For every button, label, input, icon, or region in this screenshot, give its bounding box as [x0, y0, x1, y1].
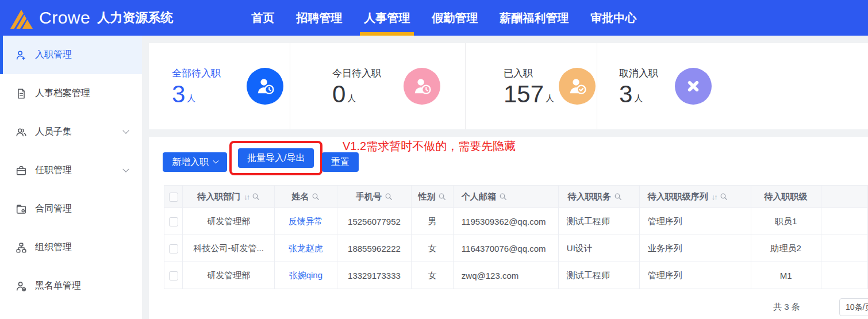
employee-name-link[interactable]: 张婉qing — [289, 270, 322, 280]
cancel-x-icon — [675, 68, 712, 105]
column-label: 待入职职级序列 — [648, 191, 708, 201]
add-onboarding-button[interactable]: 新增入职 — [163, 152, 227, 172]
sidebar-item-position-mgmt[interactable]: 任职管理 — [0, 151, 142, 190]
row-checkbox[interactable] — [169, 271, 178, 280]
column-header-phone: 手机号 — [337, 186, 411, 208]
search-icon[interactable] — [249, 191, 260, 201]
stat-card-cancelled: 取消入职 3 人 — [597, 43, 868, 129]
search-icon[interactable] — [496, 191, 507, 201]
cell-email: zwq@123.com — [453, 262, 558, 289]
row-checkbox-cell — [164, 208, 183, 235]
brand-name: Crowe — [39, 8, 90, 28]
stat-label: 全部待入职 — [172, 67, 221, 80]
cell-dept: 研发管理部 — [183, 262, 275, 289]
column-header-name: 姓名 — [274, 186, 337, 208]
annotation-text: V1.2需求暂时不做的，需要先隐藏 — [343, 139, 516, 154]
person-add-icon — [15, 49, 28, 62]
cell-phone: 15256077952 — [337, 208, 411, 235]
row-checkbox[interactable] — [169, 217, 178, 226]
stat-value: 157 — [504, 82, 544, 106]
sidebar-item-person-subset[interactable]: 人员子集 — [0, 113, 142, 151]
sort-icon[interactable]: ↓↑ — [244, 193, 249, 201]
cell-grade: 职员1 — [751, 208, 821, 235]
main-content: 全部待入职 3 人 今日待入职 0 人 已入职 157 人 取消入职 — [142, 36, 868, 319]
nav-item-label: 首页 — [251, 10, 274, 26]
cell-series: 业务序列 — [639, 235, 751, 262]
table-header-row: 待入职部门↓↑姓名手机号性别个人邮箱待入职职务待入职职级序列↓↑待入职职级 — [164, 186, 868, 208]
stat-card-today-pending: 今日待入职 0 人 — [290, 43, 466, 129]
nav-item-personnel[interactable]: 人事管理 — [364, 0, 410, 36]
search-icon[interactable] — [717, 191, 728, 201]
nav-item-payroll[interactable]: 薪酬福利管理 — [500, 0, 569, 36]
briefcase-icon — [15, 164, 28, 177]
stat-info: 今日待入职 0 人 — [332, 67, 381, 106]
search-icon[interactable] — [309, 191, 320, 201]
sidebar-item-personnel-files[interactable]: 人事档案管理 — [0, 74, 142, 113]
column-header-job: 待入职职务 — [558, 186, 639, 208]
sidebar-item-org-mgmt[interactable]: 组织管理 — [0, 228, 142, 267]
person-clock-icon — [247, 68, 283, 105]
stat-info: 全部待入职 3 人 — [172, 67, 221, 106]
row-checkbox[interactable] — [169, 244, 178, 253]
sidebar-item-onboarding[interactable]: 入职管理 — [0, 36, 142, 74]
onboarding-table-wrap: 待入职部门↓↑姓名手机号性别个人邮箱待入职职务待入职职级序列↓↑待入职职级研发管… — [164, 185, 868, 289]
select-all-checkbox[interactable] — [169, 193, 178, 202]
nav-item-label: 审批中心 — [590, 10, 636, 26]
nav-item-recruiting[interactable]: 招聘管理 — [296, 0, 342, 36]
cell-extra — [821, 262, 867, 289]
stat-info: 已入职 157 人 — [504, 67, 554, 106]
sidebar: 入职管理 人事档案管理 人员子集 任职管理 合同管理 组织管理 黑名单管理 — [0, 36, 142, 319]
chevron-down-icon — [122, 166, 129, 172]
column-header-gender: 性别 — [412, 186, 454, 208]
table-row: 研发管理部张婉qing13329173333女zwq@123.com测试工程师管… — [164, 262, 868, 289]
search-icon[interactable] — [435, 191, 446, 201]
column-header-extra — [821, 186, 867, 208]
org-chart-icon — [15, 241, 28, 254]
stat-value: 3 — [619, 82, 632, 106]
cell-dept: 科技公司-研发管... — [183, 235, 275, 262]
sort-icon[interactable]: ↓↑ — [712, 193, 717, 201]
sidebar-item-label: 黑名单管理 — [35, 280, 81, 292]
nav-item-label: 招聘管理 — [296, 10, 342, 26]
cell-name: 反馈异常 — [274, 208, 337, 235]
stat-unit: 人 — [546, 93, 554, 104]
cell-gender: 女 — [412, 262, 454, 289]
sidebar-item-label: 组织管理 — [35, 241, 72, 253]
search-icon[interactable] — [382, 191, 393, 201]
search-icon[interactable] — [611, 191, 622, 201]
nav-item-attendance[interactable]: 假勤管理 — [432, 0, 478, 36]
row-checkbox-cell — [164, 262, 183, 289]
row-checkbox-cell — [164, 235, 183, 262]
sidebar-item-blacklist-mgmt[interactable]: 黑名单管理 — [0, 267, 142, 305]
sidebar-item-label: 入职管理 — [35, 49, 72, 61]
stat-info: 取消入职 3 人 — [619, 67, 658, 106]
cell-name: 张龙赵虎 — [274, 235, 337, 262]
cell-job: 测试工程师 — [558, 262, 639, 289]
column-header-checkbox — [164, 186, 183, 208]
column-label: 待入职职务 — [568, 191, 611, 201]
cell-dept: 研发管理部 — [183, 208, 275, 235]
brand[interactable]: Crowe 人力资源系统 — [9, 7, 173, 29]
table-row: 研发管理部反馈异常15256077952男1195309362@qq.com测试… — [164, 208, 868, 235]
table-row: 科技公司-研发管...张龙赵虎18855962222女1164370076@qq… — [164, 235, 868, 262]
column-label: 个人邮箱 — [462, 191, 496, 201]
cell-gender: 男 — [412, 208, 454, 235]
document-icon — [15, 87, 28, 100]
column-header-grade: 待入职职级 — [751, 186, 821, 208]
add-onboarding-label: 新增入职 — [172, 156, 209, 168]
batch-import-export-button[interactable]: 批量导入/导出 — [238, 148, 314, 168]
page-size-select[interactable]: 10条/页 — [839, 298, 868, 316]
layout: 入职管理 人事档案管理 人员子集 任职管理 合同管理 组织管理 黑名单管理 全部… — [0, 36, 868, 319]
reset-button[interactable]: 重置 — [322, 152, 359, 172]
nav-item-approval[interactable]: 审批中心 — [590, 0, 636, 36]
nav-item-label: 人事管理 — [364, 10, 410, 26]
cell-job: UI设计 — [558, 235, 639, 262]
employee-name-link[interactable]: 张龙赵虎 — [289, 243, 323, 253]
sidebar-item-label: 任职管理 — [35, 164, 72, 176]
column-label: 待入职职级 — [765, 191, 808, 201]
sidebar-item-contract-mgmt[interactable]: 合同管理 — [0, 190, 142, 228]
nav-item-home[interactable]: 首页 — [251, 0, 274, 36]
employee-name-link[interactable]: 反馈异常 — [289, 216, 323, 226]
crowe-logo-icon — [9, 7, 33, 29]
sidebar-item-label: 人事档案管理 — [35, 87, 90, 99]
